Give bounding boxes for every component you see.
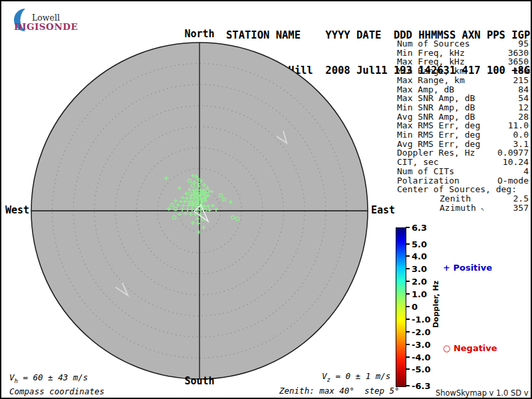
colorbar-tick <box>406 356 410 358</box>
doppler-colorbar: Doppler, Hz 6.35.04.03.02.01.00-1.0-2.0-… <box>396 219 469 396</box>
colorbar-tick <box>406 331 410 332</box>
colorbar-tick <box>406 255 410 257</box>
program-version: ShowSkymap v 1.0 SD v 4.2 <box>436 388 531 399</box>
colorbar-tick-label: 6.3 <box>412 223 427 233</box>
colorbar-tick <box>406 385 410 386</box>
colorbar-axis-label: Doppler, Hz <box>432 271 440 338</box>
colorbar-tick-label: 4.0 <box>412 251 427 261</box>
colorbar-tick <box>406 368 410 370</box>
colorbar-tick-label: -6.3 <box>412 381 430 391</box>
legend-negative-label: Negative <box>454 343 497 353</box>
colorbar-gradient <box>396 227 406 387</box>
circle-symbol-icon: ○ <box>443 343 450 353</box>
colorbar-tick-label: 5.0 <box>412 239 427 249</box>
colorbar-tick-label: -1.0 <box>412 314 430 324</box>
legend-positive: + Positive <box>443 263 492 273</box>
colorbar-tick <box>406 227 410 228</box>
compass-label-south: South <box>180 375 219 387</box>
colorbar-tick <box>406 268 410 269</box>
colorbar-tick-label: -3.0 <box>412 339 430 349</box>
legend-negative: ○ Negative <box>443 343 497 353</box>
compass-label-west: West <box>4 204 29 216</box>
vertical-velocity-readout: Vz = 0 ± 1 m/s <box>322 371 390 383</box>
colorbar-tick-label: -4.0 <box>412 352 430 362</box>
legend-positive-label: Positive <box>453 263 492 273</box>
colorbar-tick-label: 3.0 <box>412 264 427 274</box>
colorbar-tick <box>406 344 410 345</box>
colorbar-tick-label: -2.0 <box>412 327 430 336</box>
colorbar-tick-label: 1.0 <box>412 289 427 299</box>
colorbar-tick <box>406 319 410 320</box>
compass-label-east: East <box>371 204 395 216</box>
zenith-range-note: Zenith: max 40° step 5° <box>279 386 400 396</box>
colorbar-tick-label: -5.0 <box>412 364 430 374</box>
compass-label-north: North <box>180 28 219 40</box>
horizontal-velocity-readout: Vh = 60 ± 43 m/s <box>9 372 88 384</box>
colorbar-tick <box>406 293 410 295</box>
coordinate-system-note: Compass coordinates <box>9 386 104 396</box>
plus-symbol-icon: + <box>443 263 450 273</box>
colorbar-tick <box>406 306 410 307</box>
showskymap-window: Lowell DIGISONDE STATION NAME YYYY DATE … <box>0 0 532 399</box>
colorbar-tick <box>406 243 410 245</box>
colorbar-tick-label: 2.0 <box>412 277 427 287</box>
colorbar-tick <box>406 281 410 282</box>
colorbar-tick-label: 0 <box>412 302 418 312</box>
